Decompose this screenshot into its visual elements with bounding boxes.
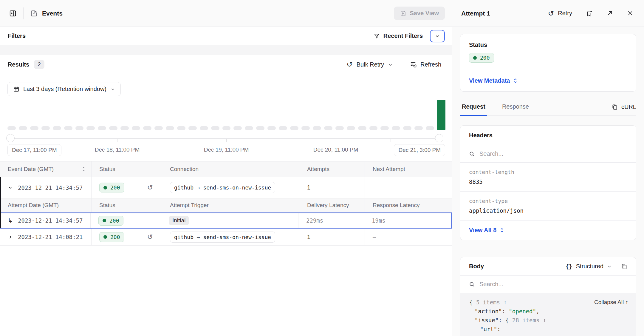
results-bar: Results 2 ↺ Bulk Retry Refresh xyxy=(0,55,452,74)
histogram-empty-bucket[interactable] xyxy=(86,126,95,130)
histogram-empty-bucket[interactable] xyxy=(154,126,163,130)
axis-label: Dec 19, 11:00 PM xyxy=(204,147,249,153)
sidebar-toggle-button[interactable] xyxy=(9,10,17,17)
histogram-empty-bucket[interactable] xyxy=(222,126,231,130)
nested-row-icon: ↳ xyxy=(8,217,18,224)
copy-icon xyxy=(612,104,618,110)
json-token-key: "action" xyxy=(475,308,502,315)
histogram-empty-bucket[interactable] xyxy=(98,126,106,130)
status-dot-icon xyxy=(103,235,107,239)
histogram-empty-bucket[interactable] xyxy=(109,126,117,130)
status-badge: 200 xyxy=(99,232,124,242)
view-metadata-link[interactable]: View Metadata xyxy=(469,77,518,84)
row-retry-icon[interactable]: ↺ xyxy=(147,233,153,241)
histogram-empty-bucket[interactable] xyxy=(200,126,208,130)
histogram-empty-bucket[interactable] xyxy=(324,126,332,130)
axis-tick xyxy=(336,139,336,142)
histogram-empty-bucket[interactable] xyxy=(347,126,355,130)
row-retry-icon[interactable]: ↺ xyxy=(147,184,153,192)
histogram-empty-bucket[interactable] xyxy=(132,126,140,130)
histogram-empty-bucket[interactable] xyxy=(41,126,50,130)
axis-tick xyxy=(391,139,391,142)
histogram-empty-bucket[interactable] xyxy=(188,126,197,130)
histogram-empty-bucket[interactable] xyxy=(166,126,174,130)
header-entry: content-type application/json xyxy=(460,192,636,221)
collapse-all-button[interactable]: Collapse All ↑ xyxy=(594,298,628,307)
view-all-headers-link[interactable]: View All 8 xyxy=(469,227,504,234)
close-panel-button[interactable] xyxy=(627,10,633,16)
histogram-empty-bucket[interactable] xyxy=(301,126,310,130)
histogram-empty-bucket[interactable] xyxy=(30,126,38,130)
sort-icon[interactable] xyxy=(81,167,86,172)
json-token-gray: 28 items ↑ xyxy=(512,317,546,323)
json-viewer[interactable]: Collapse All ↑{ 5 items ↑"action": "open… xyxy=(460,293,636,336)
histogram-empty-bucket[interactable] xyxy=(143,126,151,130)
results-label: Results xyxy=(8,61,29,68)
time-range-slider[interactable] xyxy=(7,138,442,139)
histogram-bar[interactable] xyxy=(437,100,445,130)
bulk-retry-button[interactable]: ↺ Bulk Retry xyxy=(347,61,393,68)
expand-row-icon[interactable] xyxy=(8,235,18,240)
histogram-empty-bucket[interactable] xyxy=(290,126,298,130)
json-line: "issue": { 28 items ↑ xyxy=(468,316,628,325)
status-badge: 200 xyxy=(98,216,123,226)
copy-body-button[interactable] xyxy=(621,263,627,270)
refresh-button[interactable]: Refresh xyxy=(410,61,441,68)
histogram-empty-bucket[interactable] xyxy=(64,126,72,130)
histogram-empty-bucket[interactable] xyxy=(7,126,16,130)
header-key: content-length xyxy=(469,169,627,175)
column-header-response-latency: Response Latency xyxy=(365,198,452,212)
bookmark-add-button[interactable] xyxy=(586,10,593,17)
slider-handle-end[interactable] xyxy=(435,134,443,142)
view-metadata-label: View Metadata xyxy=(469,77,510,84)
save-view-button[interactable]: Save View xyxy=(394,7,445,20)
histogram-empty-bucket[interactable] xyxy=(358,126,366,130)
attempt-row-selected[interactable]: ↳ 2023-12-21 14:34:57 200 Initial 229ms … xyxy=(0,212,452,229)
histogram-empty-bucket[interactable] xyxy=(279,126,287,130)
histogram-empty-bucket[interactable] xyxy=(53,126,61,130)
open-full-view-button[interactable] xyxy=(606,10,613,17)
save-icon xyxy=(400,10,406,17)
attempt-retry-button[interactable]: ↺ Retry xyxy=(548,10,572,17)
histogram-empty-bucket[interactable] xyxy=(233,126,242,130)
histogram-empty-bucket[interactable] xyxy=(426,126,434,130)
histogram-empty-bucket[interactable] xyxy=(177,126,185,130)
json-line: "url": xyxy=(468,325,628,334)
body-search-input[interactable] xyxy=(479,281,627,288)
column-header-status: Status xyxy=(92,161,162,177)
body-view-mode-dropdown[interactable]: {} Structured xyxy=(566,263,612,270)
histogram-empty-bucket[interactable] xyxy=(267,126,276,130)
event-row-expanded[interactable]: 2023-12-21 14:34:57 200 ↺ github → send-… xyxy=(0,177,452,198)
filters-expand-button[interactable] xyxy=(430,30,445,42)
histogram-empty-bucket[interactable] xyxy=(369,126,378,130)
copy-curl-button[interactable]: cURL xyxy=(612,104,636,112)
column-header-event-date[interactable]: Event Date (GMT) xyxy=(0,161,92,177)
histogram-empty-bucket[interactable] xyxy=(380,126,389,130)
column-header-attempt-trigger: Attempt Trigger xyxy=(162,198,299,212)
json-token-punct: { xyxy=(469,299,476,306)
histogram-empty-bucket[interactable] xyxy=(211,126,219,130)
tab-request[interactable]: Request xyxy=(460,99,487,115)
histogram-empty-bucket[interactable] xyxy=(19,126,27,130)
histogram-empty-bucket[interactable] xyxy=(414,126,423,130)
connection-tag[interactable]: github → send-sms-on-new-issue xyxy=(170,232,275,243)
date-range-selector[interactable]: Last 3 days (Retention window) xyxy=(7,82,121,96)
histogram-empty-bucket[interactable] xyxy=(245,126,253,130)
histogram-empty-bucket[interactable] xyxy=(256,126,264,130)
histogram-empty-bucket[interactable] xyxy=(75,126,84,130)
headers-search-input[interactable] xyxy=(479,150,627,157)
tab-response[interactable]: Response xyxy=(500,99,531,115)
histogram-empty-bucket[interactable] xyxy=(313,126,321,130)
attempts-count: 1 xyxy=(307,184,310,191)
slider-handle-start[interactable] xyxy=(6,134,15,142)
axis-label-end: Dec 21, 3:00 PM xyxy=(394,144,445,156)
histogram-empty-bucket[interactable] xyxy=(403,126,411,130)
event-row-collapsed[interactable]: 2023-12-21 14:08:21 200 ↺ github → send-… xyxy=(0,229,452,246)
recent-filters-button[interactable]: Recent Filters xyxy=(374,33,423,39)
histogram-empty-bucket[interactable] xyxy=(335,126,344,130)
body-title: Body xyxy=(469,263,484,270)
collapse-row-icon[interactable] xyxy=(8,185,18,190)
histogram-empty-bucket[interactable] xyxy=(392,126,400,130)
connection-tag[interactable]: github → send-sms-on-new-issue xyxy=(170,182,275,193)
histogram-empty-bucket[interactable] xyxy=(120,126,129,130)
